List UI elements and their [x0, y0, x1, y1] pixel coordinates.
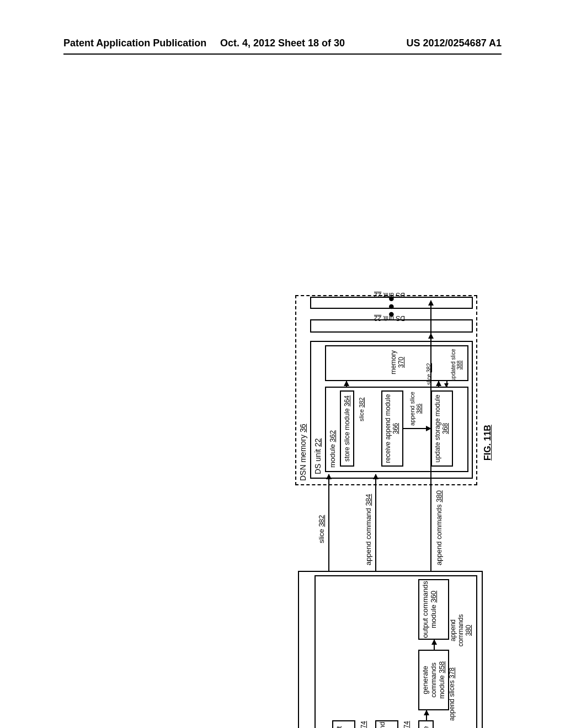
- line-branch: [416, 571, 431, 572]
- ref-num: 368: [441, 423, 449, 434]
- arrow: [426, 710, 427, 720]
- ref-num: 366: [392, 423, 399, 434]
- arrow-slice-382: [328, 474, 329, 571]
- ds-unit-main-label: DS unit 22: [313, 438, 322, 474]
- ref-num: 386: [415, 404, 422, 414]
- dsn-memory-label: DSN memory 36: [299, 424, 307, 481]
- text: output commands module: [421, 581, 438, 638]
- text: append commands: [449, 614, 465, 647]
- ref-num: 374: [360, 721, 367, 728]
- module-362-label: module 362: [328, 430, 337, 468]
- ref-num: 370: [397, 357, 405, 368]
- figure-rotated-container: DS processing unit 16 module 350 receive…: [77, 295, 491, 728]
- ref-num: 362: [328, 430, 337, 442]
- receive-request-module: receive request module 352: [332, 720, 355, 728]
- data-374-label-a: data 374: [360, 721, 367, 728]
- ds-unit-b: DS unit 22: [310, 319, 473, 333]
- arrow-append-cmd-384: [375, 474, 376, 571]
- ref-num: 382: [358, 398, 365, 408]
- ref-num: 382: [426, 363, 432, 373]
- text: receive append module: [384, 394, 392, 463]
- arrow: [403, 428, 431, 429]
- dsn-memory: DSN memory 36 DS unit 22 module 362: [295, 295, 477, 485]
- ds-unit-main: DS unit 22 module 362 store slice module…: [310, 341, 473, 479]
- text: DSN memory: [299, 435, 307, 481]
- text: memory: [390, 350, 397, 374]
- ref-num: 378: [448, 667, 456, 678]
- data-374-label-b: data 374: [403, 721, 411, 728]
- update-storage-module: update storage module 368: [431, 390, 453, 467]
- encode-module: encode module 356: [418, 720, 434, 728]
- ref-num: 358: [438, 661, 446, 673]
- ref-num: 360: [429, 591, 438, 603]
- figure-label: FIG. 11B: [483, 425, 493, 461]
- ref-num: 22: [313, 438, 322, 447]
- text: encode module: [422, 726, 430, 728]
- text: module: [328, 444, 337, 468]
- text: DS unit: [383, 291, 405, 299]
- ref-num: 382: [317, 515, 326, 527]
- header-right: US 2012/0254687 A1: [407, 38, 502, 49]
- ref-num: 388: [456, 361, 462, 370]
- append-cmds-380a-label: append commands 380: [449, 608, 472, 652]
- ref-num: 380: [465, 625, 472, 636]
- slice-382c-label: slice 382: [426, 363, 432, 385]
- generate-commands-module: generate commands module 358: [418, 650, 449, 710]
- figure-11b: DS processing unit 16 module 350 receive…: [77, 88, 491, 618]
- text: update storage module: [434, 395, 441, 463]
- ref-num: 384: [364, 494, 372, 506]
- page: Patent Application Publication Oct. 4, 2…: [0, 0, 565, 728]
- header-center: Oct. 4, 2012 Sheet 18 of 30: [220, 38, 345, 49]
- memory-370-label: memory 370: [390, 347, 405, 378]
- arrow: [346, 381, 347, 387]
- store-slice-module: store slice module 364: [340, 390, 354, 467]
- text: append command: [364, 508, 372, 565]
- header-rule: [63, 53, 502, 55]
- determine-append-module: determine append module 354: [375, 720, 398, 728]
- ref-num: 380: [435, 490, 443, 502]
- ref-num: 374: [403, 721, 411, 728]
- slice-382b-label: slice 382: [358, 398, 365, 421]
- arrow: [434, 640, 435, 650]
- text: slice: [317, 529, 326, 543]
- output-commands-module: output commands module 360: [418, 579, 449, 640]
- text: append slice: [409, 392, 415, 426]
- append-cmds-380b-label: append commands 380: [435, 490, 443, 565]
- ds-unit-c: DS unit 22: [310, 297, 473, 309]
- ref-num: 22: [374, 291, 381, 299]
- memory-370: memory 370: [325, 345, 468, 381]
- receive-append-module: receive append module 366: [381, 390, 403, 467]
- append-cmd-384-label: append command 384: [364, 494, 372, 565]
- arrow: [438, 381, 439, 387]
- text: slice: [358, 409, 365, 421]
- text: store slice module: [343, 408, 351, 462]
- arrowhead-left: [444, 383, 449, 388]
- page-header: Patent Application Publication Oct. 4, 2…: [63, 38, 502, 49]
- module-362: module 362 store slice module 364 receiv…: [325, 387, 468, 472]
- header-left: Patent Application Publication: [63, 38, 206, 49]
- text: slice: [426, 374, 432, 385]
- ds-processing-unit: DS processing unit 16 module 350 receive…: [298, 571, 483, 728]
- text: determine append module: [378, 722, 395, 728]
- ref-num: 22: [374, 314, 381, 322]
- text: updated slice: [450, 349, 456, 382]
- ds-unit-c-label: DS unit 22: [374, 291, 405, 299]
- text: append slices: [448, 681, 456, 721]
- slice-382-label: slice 382: [317, 515, 326, 543]
- ref-num: 36: [299, 424, 307, 433]
- text: append commands: [435, 504, 443, 565]
- text: DS unit: [313, 449, 322, 474]
- ref-num: 364: [343, 395, 351, 406]
- append-slice-386-label: append slice386: [409, 392, 422, 426]
- updated-slice-388-label: updated slice 388: [450, 345, 462, 385]
- text: receive request module: [335, 726, 351, 728]
- append-slices-378-label: append slices 378: [448, 667, 456, 721]
